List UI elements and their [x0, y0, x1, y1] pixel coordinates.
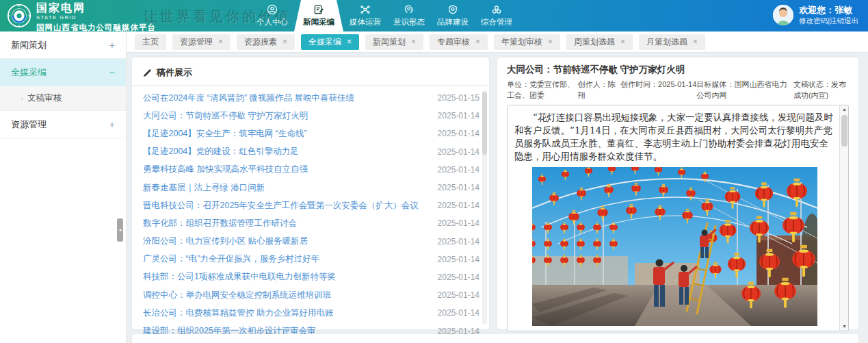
content-scrollbar[interactable]: ▲ ▼ [839, 105, 848, 331]
nav-item-news-editing[interactable]: 新闻采编 [294, 0, 343, 31]
platform-name: 国网山西省电力公司融媒体平台 [36, 23, 156, 31]
article-link[interactable]: 【足迹2004】安全生产：筑牢电网 “生命线” [143, 128, 307, 140]
article-row: 新春走基层｜沽上寻绿 港口问新 2025-01-14 [143, 179, 479, 196]
tab-label: 专题审核 [437, 36, 470, 48]
nav-label: 媒体运营 [350, 17, 381, 27]
close-icon[interactable]: × [693, 38, 698, 46]
tab-week-plan-topics[interactable]: 周策划选题 × [566, 34, 633, 50]
article-photo [532, 167, 817, 326]
article-list-header: 稿件展示 [132, 58, 489, 86]
tab-label: 全媒采编 [308, 36, 341, 48]
close-icon[interactable]: × [218, 38, 223, 46]
article-date: 2025-01-14 [438, 111, 479, 120]
tab-label: 主页 [142, 36, 159, 48]
article-link[interactable]: 【足迹2004】党的建设：红色引擎动力足 [143, 146, 299, 157]
nav-label: 意识形态 [393, 17, 425, 27]
article-row: 调控中心：举办电网安全稳定控制系统运维培训班 2025-01-14 [143, 286, 479, 304]
scroll-up-icon[interactable]: ▲ [840, 105, 849, 114]
close-icon[interactable]: × [620, 38, 625, 46]
sidebar-item-resource-management[interactable]: 资源管理 + [0, 111, 126, 138]
sidebar-collapse-handle[interactable]: ◂ [117, 218, 123, 242]
article-date: 2025-01-14 [438, 272, 479, 282]
nav-item-brand-building[interactable]: 品牌建设 [431, 0, 475, 31]
article-row: 长治公司：电费核算精益管控 助力企业算好用电账 2025-01-14 [143, 304, 479, 322]
sidebar-item-label: 新闻策划 [11, 39, 47, 51]
sidebar-item-news-planning[interactable]: 新闻策划 + [0, 31, 126, 59]
brand-eye-icon [447, 4, 458, 15]
account-links[interactable]: 修改密码|注销退出 [799, 16, 858, 25]
article-date: 2025-01-14 [438, 218, 479, 228]
tab-topic-review[interactable]: 专题审核 × [430, 34, 488, 50]
tab-bar: 主页 资源管理 × 资源搜素 × 全媒采编 × 新闻策划 × 专题审核 × 年策… [127, 31, 868, 53]
tab-year-plan-review[interactable]: 年策划审核 × [494, 34, 560, 50]
nav-item-comprehensive-management[interactable]: 综合管理 [475, 0, 518, 31]
close-icon[interactable]: × [282, 38, 287, 46]
article-list: 公司在2024年度 “清风晋韵” 微视频作品 展映中喜获佳绩 2025-01-1… [132, 86, 489, 340]
nav-label: 综合管理 [481, 17, 512, 27]
header-nav: 个人中心 新闻采编 媒体运营 意识形态 [250, 0, 518, 31]
article-link[interactable]: 新春走基层｜沽上寻绿 港口问新 [143, 182, 265, 194]
user-icon [267, 4, 278, 15]
expand-plus-icon[interactable]: + [109, 40, 115, 51]
mind-icon [404, 4, 415, 15]
article-link[interactable]: 长治公司：电费核算精益管控 助力企业算好用电账 [143, 307, 333, 319]
article-date: 2025-01-14 [438, 237, 479, 246]
meta-unit: 单位：党委宣传部、工会、团委 [507, 79, 578, 101]
tab-month-plan-topics[interactable]: 月策划选题 × [639, 34, 705, 50]
close-icon[interactable]: × [347, 38, 352, 46]
brand-subtitle: STATE GRID [36, 15, 156, 21]
sidebar-item-label: 全媒采编 [11, 66, 47, 79]
article-link[interactable]: 汾阳公司：电力宣传到小区 贴心服务暖新居 [143, 236, 308, 247]
article-link[interactable]: 数字化部：组织召开数据管理工作研讨会 [143, 218, 297, 229]
nav-item-personal-center[interactable]: 个人中心 [250, 0, 294, 31]
tab-resource-search[interactable]: 资源搜素 × [237, 34, 295, 50]
article-link[interactable]: 大同公司：节前特巡不停歇 守护万家灯火明 [143, 110, 308, 122]
tab-label: 周策划选题 [574, 36, 615, 48]
edit-icon [313, 4, 324, 15]
tab-label: 资源管理 [180, 36, 213, 48]
avatar[interactable] [773, 5, 793, 25]
tab-resource-management[interactable]: 资源管理 × [172, 34, 231, 50]
article-date: 2025-01-14 [438, 290, 479, 300]
meta-status: 文稿状态：发布成功(内宣) [793, 79, 849, 101]
article-body-text: “花灯连接口容易出现短接现象，大家一定要认真排查接线，发现问题及时和客户反馈。”… [514, 111, 835, 164]
collapse-minus-icon[interactable]: − [109, 67, 115, 78]
close-icon[interactable]: × [475, 38, 480, 46]
close-icon[interactable]: × [548, 38, 553, 46]
scroll-down-icon[interactable]: ▼ [840, 322, 849, 331]
expand-plus-icon[interactable]: + [109, 119, 115, 130]
tab-media-editing[interactable]: 全媒采编 × [301, 34, 359, 50]
list-scrollbar-thumb[interactable] [482, 92, 487, 155]
tab-home[interactable]: 主页 [135, 34, 166, 50]
bullet-icon: · [21, 94, 23, 103]
article-link[interactable]: 公司在2024年度 “清风晋韵” 微视频作品 展映中喜获佳绩 [143, 92, 354, 104]
collapse-arrow-icon: ◂ [119, 227, 122, 233]
list-scrollbar[interactable] [482, 90, 487, 325]
article-row: 大同公司：节前特巡不停歇 守护万家灯火明 2025-01-14 [143, 107, 479, 125]
article-link[interactable]: 科技部：公司1项标准成果获中电联电力创新特等奖 [143, 271, 336, 283]
preview-title: 大同公司：节前特巡不停歇 守护万家灯火明 [507, 64, 849, 76]
tab-label: 资源搜素 [244, 36, 277, 48]
pen-icon [143, 68, 152, 77]
tab-news-planning[interactable]: 新闻策划 × [365, 34, 423, 50]
user-box: 欢迎您：张敏 修改密码|注销退出 [773, 5, 858, 25]
preview-meta: 单位：党委宣传部、工会、团委 创作人：陈翔 创作时间：2025-01-14 目标… [507, 79, 849, 101]
sidebar-subitem-draft-review[interactable]: · 文稿审核 [0, 86, 126, 111]
state-grid-logo-icon [7, 3, 31, 28]
sidebar-subitem-label: 文稿审核 [27, 92, 62, 104]
article-link[interactable]: 晋电科技公司：召开2025年安全生产工作会暨第一次安委会（扩大）会议 [143, 200, 419, 212]
article-link[interactable]: 勇攀科技高峰 加快实现高水平科技自立自强 [143, 164, 308, 175]
nav-item-media-operation[interactable]: 媒体运营 [343, 0, 387, 31]
article-row: 科技部：公司1项标准成果获中电联电力创新特等奖 2025-01-14 [143, 268, 479, 286]
article-link[interactable]: 调控中心：举办电网安全稳定控制系统运维培训班 [143, 290, 331, 301]
top-header: 国家电网 STATE GRID 国网山西省电力公司融媒体平台 让世界看见你的价值… [0, 0, 868, 31]
meta-creator: 创作人：陈翔 [578, 79, 620, 101]
content-scrollbar-thumb[interactable] [841, 115, 847, 147]
article-preview-panel: 大同公司：节前特巡不停歇 守护万家灯火明 单位：党委宣传部、工会、团委 创作人：… [497, 58, 858, 329]
nav-item-ideology[interactable]: 意识形态 [387, 0, 431, 31]
article-row: 广灵公司：“电”力全开促振兴，服务乡村过好年 2025-01-14 [143, 251, 479, 268]
sidebar-item-media-editing[interactable]: 全媒采编 − [0, 59, 126, 86]
article-link[interactable]: 广灵公司：“电”力全开促振兴，服务乡村过好年 [143, 253, 319, 265]
close-icon[interactable]: × [411, 38, 416, 46]
nav-label: 新闻采编 [303, 17, 334, 27]
